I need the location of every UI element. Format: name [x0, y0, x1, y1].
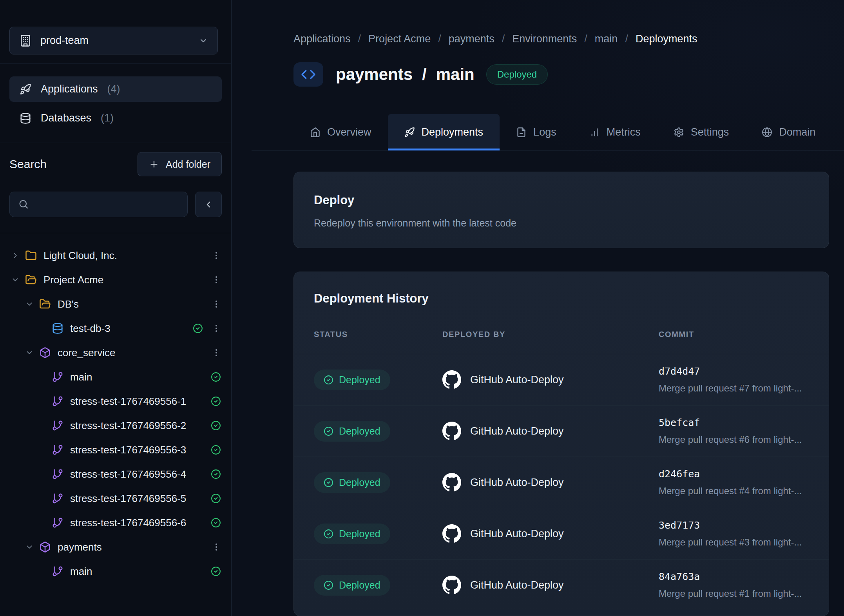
tree-item-project-acme[interactable]: Project Acme: [0, 268, 231, 292]
tree-item-core-service[interactable]: core_service: [0, 341, 231, 365]
github-icon: [442, 524, 461, 543]
git-branch-icon: [52, 444, 63, 456]
tree-item-stress-test-2[interactable]: stress-test-1767469556-2: [0, 413, 231, 438]
tab-metrics[interactable]: Metrics: [573, 114, 657, 150]
tree-item-payments-main[interactable]: main: [0, 559, 231, 583]
tree-item-test-db-3[interactable]: test-db-3: [0, 316, 231, 341]
home-icon: [310, 127, 321, 138]
sidebar-item-databases[interactable]: Databases (1): [9, 105, 222, 131]
project-tree: Light Cloud, Inc. Project Acme DB's test…: [0, 243, 231, 583]
tab-label: Settings: [691, 126, 729, 138]
status-label: Deployed: [339, 580, 380, 591]
collapse-sidebar-button[interactable]: [195, 192, 222, 217]
add-folder-label: Add folder: [166, 159, 210, 170]
main-content: Applications / Project Acme / payments /…: [232, 0, 844, 616]
page-title: payments / main: [336, 65, 475, 84]
tab-overview[interactable]: Overview: [293, 114, 388, 150]
tree-item-label: main: [70, 565, 92, 578]
tree-item-stress-test-6[interactable]: stress-test-1767469556-6: [0, 511, 231, 535]
git-branch-icon: [52, 493, 63, 504]
kebab-menu-icon[interactable]: [212, 299, 221, 309]
sidebar-item-applications[interactable]: Applications (4): [9, 76, 222, 102]
tree-item-stress-test-1[interactable]: stress-test-1767469556-1: [0, 389, 231, 413]
app-name: payments: [336, 65, 413, 84]
breadcrumb-applications[interactable]: Applications: [293, 33, 351, 45]
nav-count: (4): [107, 83, 120, 95]
search-input[interactable]: [9, 192, 188, 217]
tab-settings[interactable]: Settings: [657, 114, 746, 150]
tree-item-stress-test-4[interactable]: stress-test-1767469556-4: [0, 462, 231, 486]
add-folder-button[interactable]: Add folder: [138, 152, 222, 176]
github-icon: [442, 576, 461, 594]
table-header: STATUS DEPLOYED BY COMMIT: [314, 330, 829, 339]
status-label: Deployed: [339, 477, 380, 488]
sidebar: prod-team Applications (4) Databases (1)…: [0, 0, 232, 616]
chevron-down-icon[interactable]: [11, 275, 21, 284]
status-label: Deployed: [339, 426, 380, 437]
git-branch-icon: [52, 420, 63, 431]
commit-hash: 5befcaf: [659, 417, 829, 428]
check-circle-icon: [324, 529, 333, 539]
tree-item-stress-test-5[interactable]: stress-test-1767469556-5: [0, 486, 231, 511]
title-separator: /: [422, 65, 427, 84]
tab-logs[interactable]: Logs: [500, 114, 573, 150]
chevron-right-icon[interactable]: [11, 251, 21, 260]
kebab-menu-icon[interactable]: [212, 324, 221, 333]
kebab-menu-icon[interactable]: [212, 348, 221, 357]
breadcrumb-project-acme[interactable]: Project Acme: [368, 33, 431, 45]
divider: [0, 63, 231, 64]
table-row[interactable]: Deployed GitHub Auto-Deploy 5befcaf Merg…: [314, 406, 829, 457]
rocket-icon: [20, 83, 31, 95]
tree-item-dbs[interactable]: DB's: [0, 292, 231, 316]
tab-domain[interactable]: Domain: [745, 114, 832, 150]
breadcrumb: Applications / Project Acme / payments /…: [293, 33, 829, 45]
tab-deployments[interactable]: Deployments: [388, 114, 500, 150]
git-branch-icon: [52, 395, 63, 407]
tree-item-label: DB's: [58, 298, 79, 310]
deployed-by-label: GitHub Auto-Deploy: [470, 476, 564, 489]
deployed-by-label: GitHub Auto-Deploy: [470, 528, 564, 540]
building-icon: [19, 34, 32, 47]
commit-hash: 3ed7173: [659, 520, 829, 531]
check-circle-icon: [324, 375, 333, 385]
breadcrumb-separator: /: [358, 33, 361, 45]
github-icon: [442, 370, 461, 389]
chevron-down-icon[interactable]: [25, 300, 35, 308]
breadcrumb-main[interactable]: main: [595, 33, 618, 45]
status-badge: Deployed: [486, 64, 548, 85]
kebab-menu-icon[interactable]: [212, 275, 221, 284]
team-selector[interactable]: prod-team: [9, 27, 218, 54]
kebab-menu-icon[interactable]: [212, 251, 221, 260]
tree-item-payments[interactable]: payments: [0, 535, 231, 559]
nav-label: Applications: [41, 83, 98, 95]
plus-icon: [149, 159, 159, 169]
cube-icon: [39, 347, 51, 359]
table-row[interactable]: Deployed GitHub Auto-Deploy 84a763a Merg…: [314, 560, 829, 611]
breadcrumb-environments[interactable]: Environments: [512, 33, 577, 45]
tree-item-core-service-main[interactable]: main: [0, 365, 231, 389]
deployment-history-title: Deployment History: [314, 292, 829, 306]
github-icon: [442, 473, 461, 492]
tree-item-label: main: [70, 371, 92, 383]
column-header-status: STATUS: [314, 330, 442, 339]
deployed-by-label: GitHub Auto-Deploy: [470, 374, 564, 386]
chevron-left-icon: [203, 199, 214, 210]
tree-item-stress-test-3[interactable]: stress-test-1767469556-3: [0, 438, 231, 462]
table-row[interactable]: Deployed GitHub Auto-Deploy d246fea Merg…: [314, 457, 829, 508]
table-row[interactable]: Deployed GitHub Auto-Deploy d7d4d47 Merg…: [314, 354, 829, 405]
tree-item-label: stress-test-1767469556-4: [70, 468, 186, 480]
status-check-icon: [211, 420, 221, 431]
table-row[interactable]: Deployed GitHub Auto-Deploy 3ed7173 Merg…: [314, 508, 829, 559]
database-icon: [52, 322, 63, 334]
tree-item-light-cloud-inc[interactable]: Light Cloud, Inc.: [0, 243, 231, 268]
deployed-badge: Deployed: [314, 421, 390, 442]
chevron-down-icon[interactable]: [25, 543, 35, 551]
tree-item-label: payments: [58, 541, 102, 553]
deploy-card: Deploy Redeploy this environment with th…: [293, 172, 829, 248]
folder-icon: [25, 250, 37, 261]
kebab-menu-icon[interactable]: [212, 542, 221, 552]
check-circle-icon: [324, 426, 333, 436]
git-branch-icon: [52, 371, 63, 383]
breadcrumb-payments[interactable]: payments: [449, 33, 494, 45]
chevron-down-icon[interactable]: [25, 348, 35, 357]
